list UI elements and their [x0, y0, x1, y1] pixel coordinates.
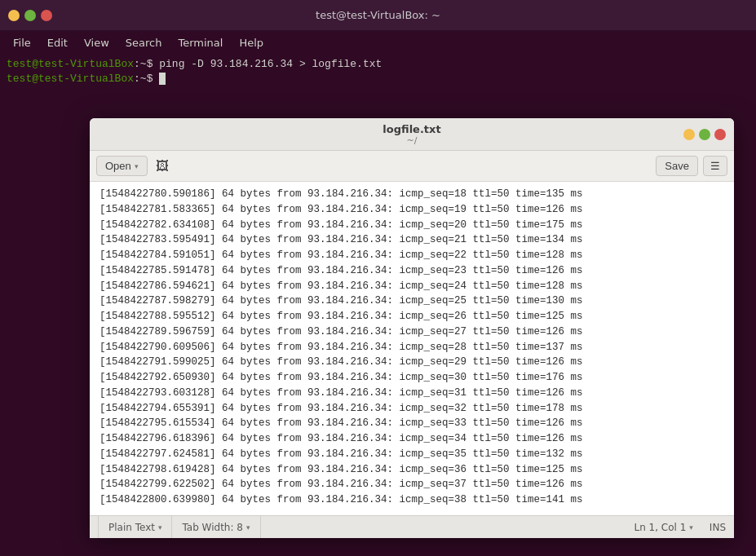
terminal-prompt-1: test@test-VirtualBox	[7, 58, 134, 70]
editor-line-10: [1548422789.596759] 64 bytes from 93.184…	[99, 324, 724, 340]
editor-line-18: [1548422797.624581] 64 bytes from 93.184…	[99, 447, 724, 462]
editor-title-group: logfile.txt ~/	[382, 123, 440, 146]
open-chevron-icon: ▾	[135, 162, 139, 170]
terminal-titlebar: test@test-VirtualBox: ~	[0, 0, 756, 31]
editor-close-button[interactable]	[714, 129, 726, 140]
open-button[interactable]: Open ▾	[96, 156, 148, 176]
editor-menu-button[interactable]: ☰	[703, 156, 727, 176]
editor-line-3: [1548422782.634108] 64 bytes from 93.184…	[99, 218, 724, 233]
editor-statusbar: Plain Text ▾ Tab Width: 8 ▾ Ln 1, Col 1 …	[90, 515, 734, 538]
terminal-title: test@test-VirtualBox: ~	[316, 9, 440, 21]
plain-text-chevron-icon: ▾	[158, 523, 162, 532]
editor-line-15: [1548422794.655391] 64 bytes from 93.184…	[99, 401, 724, 417]
terminal-line-1: test@test-VirtualBox:~$ test@test-Virtua…	[7, 57, 749, 72]
editor-line-1: [1548422780.590186] 64 bytes from 93.184…	[99, 187, 724, 202]
editor-line-17: [1548422796.618396] 64 bytes from 93.184…	[99, 431, 724, 447]
terminal-cursor-line: :~$	[134, 73, 159, 85]
editor-line-16: [1548422795.615534] 64 bytes from 93.184…	[99, 416, 724, 431]
editor-window: logfile.txt ~/ Open ▾ 🖼 Save ☰ [15484227…	[90, 118, 734, 538]
editor-line-19: [1548422798.619428] 64 bytes from 93.184…	[99, 462, 724, 478]
editor-line-2: [1548422781.583365] 64 bytes from 93.184…	[99, 202, 724, 218]
cursor-position-label: Ln 1, Col 1	[634, 522, 686, 533]
tab-width-label: Tab Width: 8	[182, 522, 242, 533]
tab-width-status[interactable]: Tab Width: 8 ▾	[172, 516, 260, 538]
editor-minimize-button[interactable]	[683, 129, 695, 140]
terminal-prompt-2: test@test-VirtualBox	[7, 73, 134, 85]
save-button[interactable]: Save	[656, 156, 698, 176]
terminal-menu-view[interactable]: View	[77, 35, 116, 51]
terminal-line-2: test@test-VirtualBox:~$	[7, 72, 749, 86]
plain-text-label: Plain Text	[108, 522, 155, 533]
open-label: Open	[105, 160, 131, 172]
ins-mode-label: INS	[710, 522, 726, 533]
cursor-position-status[interactable]: Ln 1, Col 1 ▾	[624, 522, 702, 533]
tab-width-chevron-icon: ▾	[246, 523, 250, 532]
terminal-menu-help[interactable]: Help	[232, 35, 270, 51]
editor-image-button[interactable]: 🖼	[153, 156, 172, 177]
editor-filepath: ~/	[407, 135, 418, 146]
terminal-menu-terminal[interactable]: Terminal	[171, 35, 229, 51]
editor-filename: logfile.txt	[382, 123, 440, 135]
cursor-chevron-icon: ▾	[689, 523, 693, 532]
terminal-close-button[interactable]	[41, 10, 52, 21]
editor-line-5: [1548422784.591051] 64 bytes from 93.184…	[99, 248, 724, 263]
editor-titlebar: logfile.txt ~/	[90, 118, 734, 151]
terminal-maximize-button[interactable]	[24, 10, 36, 21]
editor-line-4: [1548422783.595491] 64 bytes from 93.184…	[99, 232, 724, 248]
terminal-cursor	[159, 73, 166, 85]
editor-line-21: [1548422800.639980] 64 bytes from 93.184…	[99, 492, 724, 508]
editor-line-13: [1548422792.650930] 64 bytes from 93.184…	[99, 370, 724, 386]
editor-line-20: [1548422799.622502] 64 bytes from 93.184…	[99, 477, 724, 492]
terminal-menu-file[interactable]: File	[7, 35, 38, 51]
editor-line-12: [1548422791.599025] 64 bytes from 93.184…	[99, 355, 724, 370]
terminal-win-controls	[8, 10, 52, 21]
terminal-menu-edit[interactable]: Edit	[41, 35, 74, 51]
editor-content[interactable]: [1548422780.590186] 64 bytes from 93.184…	[90, 182, 734, 515]
editor-line-6: [1548422785.591478] 64 bytes from 93.184…	[99, 263, 724, 279]
editor-line-7: [1548422786.594621] 64 bytes from 93.184…	[99, 279, 724, 294]
editor-line-22	[99, 508, 724, 515]
terminal-menu-search[interactable]: Search	[119, 35, 169, 51]
terminal-menubar: File Edit View Search Terminal Help	[0, 31, 756, 54]
editor-line-9: [1548422788.595512] 64 bytes from 93.184…	[99, 309, 724, 324]
editor-line-14: [1548422793.603128] 64 bytes from 93.184…	[99, 386, 724, 401]
plain-text-status[interactable]: Plain Text ▾	[98, 516, 172, 538]
terminal-minimize-button[interactable]	[8, 10, 20, 21]
editor-maximize-button[interactable]	[699, 129, 710, 140]
editor-line-11: [1548422790.609506] 64 bytes from 93.184…	[99, 340, 724, 355]
editor-line-8: [1548422787.598279] 64 bytes from 93.184…	[99, 293, 724, 309]
terminal-prompt-separator: :~$	[134, 58, 159, 70]
editor-win-controls	[683, 129, 726, 140]
editor-toolbar: Open ▾ 🖼 Save ☰	[90, 151, 734, 182]
